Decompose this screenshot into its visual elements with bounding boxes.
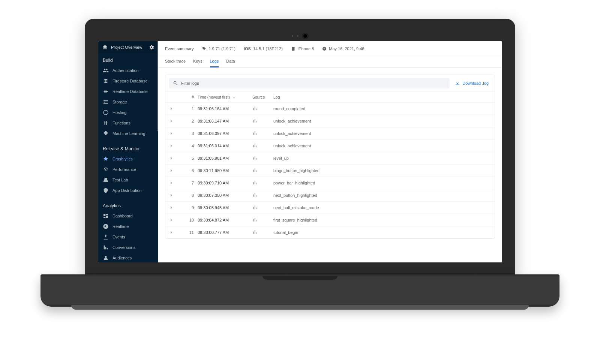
log-row[interactable]: 309:31:06.097 AMunlock_achievement [165,127,495,139]
logs-panel: Filter logs Download .log # Time (ne [158,68,502,262]
log-row[interactable]: 509:31:05.981 AMlevel_up [165,152,495,164]
expand-caret-icon[interactable] [171,231,172,234]
sidebar-item-performance[interactable]: Performance [98,164,158,175]
row-number: 10 [184,218,195,222]
tab-logs[interactable]: Logs [210,55,219,67]
sidebar-item-test-lab[interactable]: Test Lab [98,175,158,185]
audiences-icon [103,255,109,261]
sidebar-item-authentication[interactable]: Authentication [98,65,158,76]
event-summary-label: Event summary [165,46,194,51]
row-time: 09:31:06.147 AM [198,119,250,123]
webcam [292,33,308,39]
row-number: 11 [184,230,195,235]
sidebar-item-events[interactable]: Events [98,232,158,242]
expand-caret-icon[interactable] [171,144,172,147]
sidebar-item-storage[interactable]: Storage [98,97,158,107]
expand-caret-icon[interactable] [171,181,172,184]
firestore-icon [103,78,109,84]
filter-placeholder: Filter logs [181,81,199,85]
row-number: 7 [184,181,195,185]
sidebar-item-realtime[interactable]: Realtime [98,221,158,232]
realtime-icon [103,88,109,94]
filter-logs-input[interactable]: Filter logs [169,78,450,88]
tag-icon [202,46,206,51]
log-row[interactable]: 709:30:09.710 AMpower_bar_highlighted [165,177,495,189]
tabs: Stack traceKeysLogsData [158,55,502,68]
sidebar-item-label: Machine Learning [112,131,145,136]
log-row[interactable]: 909:30:05.945 AMnext_ball_mistake_made [165,201,495,214]
people-icon [103,67,109,73]
sidebar-item-audiences[interactable]: Audiences [98,253,158,262]
row-log-message: unlock_achievement [273,144,489,148]
laptop-base [40,274,560,307]
phone-icon [291,46,296,51]
analytics-source-icon [252,229,271,235]
download-label: Download .log [462,81,489,85]
tab-stack-trace[interactable]: Stack trace [165,55,186,67]
device-chip[interactable]: iPhone 8 [291,46,314,51]
col-log: Log [273,95,489,99]
row-number: 8 [184,193,195,198]
sidebar-item-label: Firestore Database [112,79,148,83]
sidebar-item-realtime-database[interactable]: Realtime Database [98,86,158,97]
version-chip[interactable]: 1.9.71 (1.9.71) [202,46,236,51]
analytics-source-icon [252,205,271,211]
sidebar-item-firestore-database[interactable]: Firestore Database [98,76,158,86]
col-num: # [184,95,195,99]
sidebar-scrollbar[interactable] [157,41,158,131]
expand-caret-icon[interactable] [171,169,172,172]
os-prefix: iOS [244,46,251,51]
version-text: 1.9.71 (1.9.71) [208,46,236,51]
download-log-button[interactable]: Download .log [455,81,491,86]
row-log-message: bingo_button_highlighted [273,168,489,173]
tab-data[interactable]: Data [226,55,235,67]
home-icon [102,44,108,50]
expand-caret-icon[interactable] [171,107,172,110]
tab-keys[interactable]: Keys [193,55,202,67]
sidebar-item-conversions[interactable]: Conversions [98,242,158,253]
analytics-source-icon [252,118,271,124]
download-icon [455,81,460,86]
log-row[interactable]: 409:31:06.014 AMunlock_achievement [165,139,495,152]
expand-caret-icon[interactable] [171,120,172,123]
col-time[interactable]: Time (newest first) [198,95,250,99]
row-log-message: unlock_achievement [273,131,489,136]
functions-icon [103,120,109,126]
laptop-lid: Project Overview BuildAuthenticationFire… [85,19,515,276]
sort-up-icon [232,95,236,99]
sidebar-item-functions[interactable]: Functions [98,118,158,128]
log-row[interactable]: 1109:30:00.777 AMtutorial_begin [165,226,495,238]
sidebar-item-hosting[interactable]: Hosting [98,107,158,118]
sidebar-item-app-distribution[interactable]: App Distribution [98,185,158,196]
os-chip[interactable]: iOS 14.5.1 (18E212) [244,46,283,51]
log-row[interactable]: 1009:30:04.872 AMfirst_square_highlighte… [165,214,495,226]
gear-icon[interactable] [148,44,154,50]
expand-caret-icon[interactable] [171,157,172,160]
sidebar-item-label: Audiences [112,256,132,260]
analytics-source-icon [252,192,271,198]
sidebar-item-machine-learning[interactable]: Machine Learning [98,128,158,139]
row-number: 9 [184,205,195,210]
sidebar-item-crashlytics[interactable]: Crashlytics [98,154,158,164]
sidebar-item-label: Test Lab [112,178,128,182]
clock-icon [322,46,327,51]
analytics-source-icon [252,155,271,161]
sidebar-item-label: Conversions [112,245,135,250]
analytics-source-icon [252,143,271,149]
row-time: 09:30:00.777 AM [198,230,250,235]
log-row[interactable]: 609:30:11.980 AMbingo_button_highlighted [165,164,495,177]
row-number: 3 [184,131,195,136]
log-row[interactable]: 209:31:06.147 AMunlock_achievement [165,115,495,127]
sidebar: Project Overview BuildAuthenticationFire… [98,41,158,262]
row-log-message: next_ball_mistake_made [273,205,489,210]
datetime-chip[interactable]: May 16, 2021, 9:46: [322,46,365,51]
sidebar-item-dashboard[interactable]: Dashboard [98,211,158,221]
log-row[interactable]: 809:30:07.050 AMnext_button_highlighted [165,189,495,201]
sidebar-project-overview[interactable]: Project Overview [98,41,158,53]
expand-caret-icon[interactable] [171,219,172,222]
log-table-header: # Time (newest first) Source Log [165,91,495,102]
expand-caret-icon[interactable] [171,194,172,197]
log-row[interactable]: 109:31:06.164 AMround_completed [165,102,495,115]
expand-caret-icon[interactable] [171,132,172,135]
expand-caret-icon[interactable] [171,206,172,209]
